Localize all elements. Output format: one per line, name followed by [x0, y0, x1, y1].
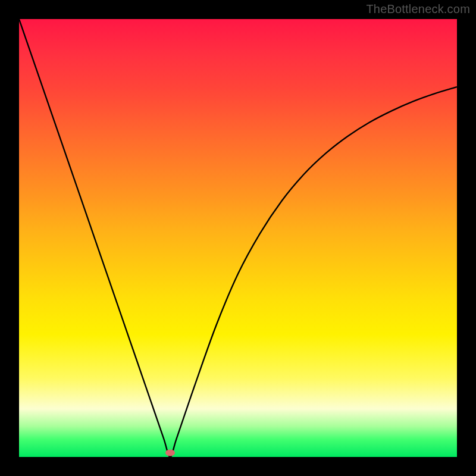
chart-area — [19, 19, 457, 457]
minimum-marker — [165, 449, 175, 456]
attribution-text: TheBottleneck.com — [366, 2, 470, 16]
bottleneck-curve — [19, 19, 457, 457]
